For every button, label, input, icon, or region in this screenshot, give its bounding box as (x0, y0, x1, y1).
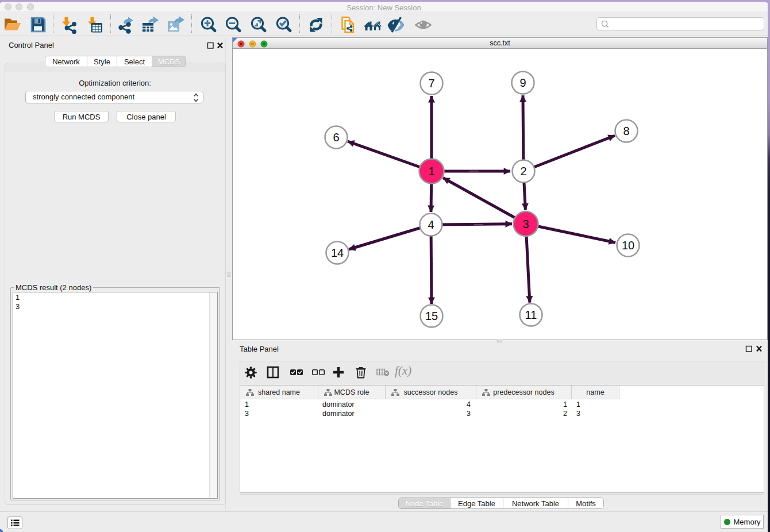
svg-text:14: 14 (331, 246, 344, 259)
svg-text:1: 1 (428, 165, 434, 178)
svg-text:8: 8 (623, 125, 629, 137)
svg-text:3: 3 (522, 218, 529, 230)
svg-text:9: 9 (519, 76, 526, 89)
svg-text:4: 4 (428, 218, 434, 231)
svg-text:2: 2 (520, 165, 526, 178)
svg-text:15: 15 (425, 310, 438, 322)
svg-text:11: 11 (525, 309, 537, 321)
svg-text:7: 7 (428, 77, 434, 90)
svg-text:10: 10 (622, 239, 634, 252)
svg-text:6: 6 (333, 131, 339, 144)
